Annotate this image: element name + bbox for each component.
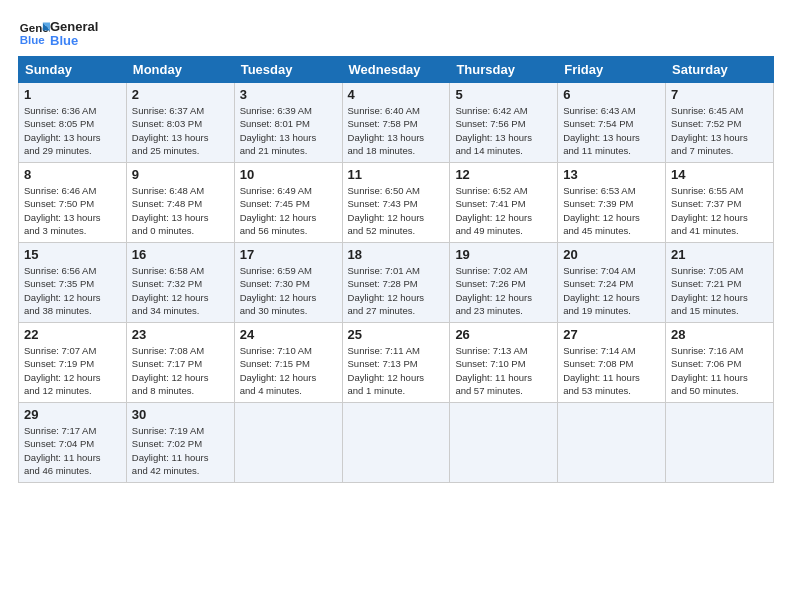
day-info: Sunrise: 6:46 AM Sunset: 7:50 PM Dayligh… [24,184,121,237]
day-number: 10 [240,167,337,182]
day-cell: 17Sunrise: 6:59 AM Sunset: 7:30 PM Dayli… [234,243,342,323]
day-info: Sunrise: 6:52 AM Sunset: 7:41 PM Dayligh… [455,184,552,237]
day-info: Sunrise: 6:56 AM Sunset: 7:35 PM Dayligh… [24,264,121,317]
day-info: Sunrise: 6:49 AM Sunset: 7:45 PM Dayligh… [240,184,337,237]
day-info: Sunrise: 6:50 AM Sunset: 7:43 PM Dayligh… [348,184,445,237]
day-number: 30 [132,407,229,422]
day-number: 25 [348,327,445,342]
day-info: Sunrise: 7:05 AM Sunset: 7:21 PM Dayligh… [671,264,768,317]
day-cell [666,403,774,483]
day-info: Sunrise: 7:08 AM Sunset: 7:17 PM Dayligh… [132,344,229,397]
day-number: 19 [455,247,552,262]
day-cell: 5Sunrise: 6:42 AM Sunset: 7:56 PM Daylig… [450,83,558,163]
day-info: Sunrise: 7:13 AM Sunset: 7:10 PM Dayligh… [455,344,552,397]
col-header-wednesday: Wednesday [342,57,450,83]
day-cell: 23Sunrise: 7:08 AM Sunset: 7:17 PM Dayli… [126,323,234,403]
day-cell [342,403,450,483]
day-number: 13 [563,167,660,182]
day-cell: 6Sunrise: 6:43 AM Sunset: 7:54 PM Daylig… [558,83,666,163]
col-header-saturday: Saturday [666,57,774,83]
day-cell: 16Sunrise: 6:58 AM Sunset: 7:32 PM Dayli… [126,243,234,323]
day-info: Sunrise: 7:01 AM Sunset: 7:28 PM Dayligh… [348,264,445,317]
day-info: Sunrise: 6:45 AM Sunset: 7:52 PM Dayligh… [671,104,768,157]
day-cell: 28Sunrise: 7:16 AM Sunset: 7:06 PM Dayli… [666,323,774,403]
day-cell: 26Sunrise: 7:13 AM Sunset: 7:10 PM Dayli… [450,323,558,403]
day-number: 8 [24,167,121,182]
day-cell: 30Sunrise: 7:19 AM Sunset: 7:02 PM Dayli… [126,403,234,483]
day-info: Sunrise: 7:14 AM Sunset: 7:08 PM Dayligh… [563,344,660,397]
day-number: 15 [24,247,121,262]
col-header-sunday: Sunday [19,57,127,83]
col-header-tuesday: Tuesday [234,57,342,83]
day-number: 3 [240,87,337,102]
week-row-4: 22Sunrise: 7:07 AM Sunset: 7:19 PM Dayli… [19,323,774,403]
day-info: Sunrise: 6:42 AM Sunset: 7:56 PM Dayligh… [455,104,552,157]
day-info: Sunrise: 6:37 AM Sunset: 8:03 PM Dayligh… [132,104,229,157]
day-number: 6 [563,87,660,102]
day-cell: 9Sunrise: 6:48 AM Sunset: 7:48 PM Daylig… [126,163,234,243]
day-cell: 13Sunrise: 6:53 AM Sunset: 7:39 PM Dayli… [558,163,666,243]
day-cell: 4Sunrise: 6:40 AM Sunset: 7:58 PM Daylig… [342,83,450,163]
day-number: 9 [132,167,229,182]
day-info: Sunrise: 6:40 AM Sunset: 7:58 PM Dayligh… [348,104,445,157]
day-info: Sunrise: 7:10 AM Sunset: 7:15 PM Dayligh… [240,344,337,397]
week-row-1: 1Sunrise: 6:36 AM Sunset: 8:05 PM Daylig… [19,83,774,163]
day-cell: 25Sunrise: 7:11 AM Sunset: 7:13 PM Dayli… [342,323,450,403]
day-cell: 18Sunrise: 7:01 AM Sunset: 7:28 PM Dayli… [342,243,450,323]
day-number: 17 [240,247,337,262]
day-info: Sunrise: 7:11 AM Sunset: 7:13 PM Dayligh… [348,344,445,397]
day-number: 18 [348,247,445,262]
col-header-thursday: Thursday [450,57,558,83]
day-cell: 24Sunrise: 7:10 AM Sunset: 7:15 PM Dayli… [234,323,342,403]
day-number: 26 [455,327,552,342]
day-info: Sunrise: 7:02 AM Sunset: 7:26 PM Dayligh… [455,264,552,317]
week-row-2: 8Sunrise: 6:46 AM Sunset: 7:50 PM Daylig… [19,163,774,243]
day-info: Sunrise: 6:39 AM Sunset: 8:01 PM Dayligh… [240,104,337,157]
day-cell: 15Sunrise: 6:56 AM Sunset: 7:35 PM Dayli… [19,243,127,323]
day-number: 29 [24,407,121,422]
day-info: Sunrise: 6:48 AM Sunset: 7:48 PM Dayligh… [132,184,229,237]
day-cell [234,403,342,483]
day-cell: 2Sunrise: 6:37 AM Sunset: 8:03 PM Daylig… [126,83,234,163]
day-number: 1 [24,87,121,102]
day-number: 20 [563,247,660,262]
day-info: Sunrise: 6:58 AM Sunset: 7:32 PM Dayligh… [132,264,229,317]
day-number: 22 [24,327,121,342]
day-number: 16 [132,247,229,262]
day-info: Sunrise: 6:59 AM Sunset: 7:30 PM Dayligh… [240,264,337,317]
week-row-5: 29Sunrise: 7:17 AM Sunset: 7:04 PM Dayli… [19,403,774,483]
day-number: 14 [671,167,768,182]
day-number: 28 [671,327,768,342]
day-cell [558,403,666,483]
week-row-3: 15Sunrise: 6:56 AM Sunset: 7:35 PM Dayli… [19,243,774,323]
day-number: 21 [671,247,768,262]
page: General Blue General Blue SundayMondayTu… [0,0,792,612]
col-header-monday: Monday [126,57,234,83]
day-info: Sunrise: 7:19 AM Sunset: 7:02 PM Dayligh… [132,424,229,477]
day-number: 12 [455,167,552,182]
logo-icon: General Blue [18,18,50,50]
day-number: 23 [132,327,229,342]
day-cell: 21Sunrise: 7:05 AM Sunset: 7:21 PM Dayli… [666,243,774,323]
day-info: Sunrise: 7:07 AM Sunset: 7:19 PM Dayligh… [24,344,121,397]
day-cell: 1Sunrise: 6:36 AM Sunset: 8:05 PM Daylig… [19,83,127,163]
day-info: Sunrise: 7:04 AM Sunset: 7:24 PM Dayligh… [563,264,660,317]
day-cell: 29Sunrise: 7:17 AM Sunset: 7:04 PM Dayli… [19,403,127,483]
day-cell: 27Sunrise: 7:14 AM Sunset: 7:08 PM Dayli… [558,323,666,403]
calendar-table: SundayMondayTuesdayWednesdayThursdayFrid… [18,56,774,483]
day-info: Sunrise: 6:43 AM Sunset: 7:54 PM Dayligh… [563,104,660,157]
day-cell: 22Sunrise: 7:07 AM Sunset: 7:19 PM Dayli… [19,323,127,403]
logo-general: General [50,20,98,34]
day-cell [450,403,558,483]
day-cell: 8Sunrise: 6:46 AM Sunset: 7:50 PM Daylig… [19,163,127,243]
day-number: 7 [671,87,768,102]
day-info: Sunrise: 6:36 AM Sunset: 8:05 PM Dayligh… [24,104,121,157]
day-cell: 3Sunrise: 6:39 AM Sunset: 8:01 PM Daylig… [234,83,342,163]
day-info: Sunrise: 6:55 AM Sunset: 7:37 PM Dayligh… [671,184,768,237]
svg-text:Blue: Blue [20,34,46,46]
day-cell: 19Sunrise: 7:02 AM Sunset: 7:26 PM Dayli… [450,243,558,323]
logo-blue: Blue [50,34,98,48]
day-number: 4 [348,87,445,102]
col-header-friday: Friday [558,57,666,83]
day-cell: 12Sunrise: 6:52 AM Sunset: 7:41 PM Dayli… [450,163,558,243]
